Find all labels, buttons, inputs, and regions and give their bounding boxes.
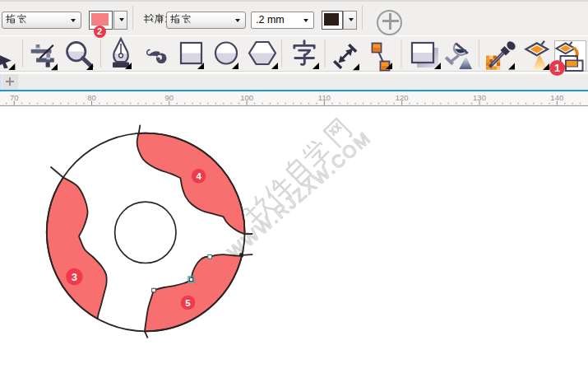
svg-text:5: 5 bbox=[185, 298, 191, 308]
svg-text:4: 4 bbox=[196, 171, 201, 181]
svg-text:WWW.RJZXW.COM: WWW.RJZXW.COM bbox=[224, 128, 374, 262]
svg-text:3: 3 bbox=[72, 272, 77, 283]
